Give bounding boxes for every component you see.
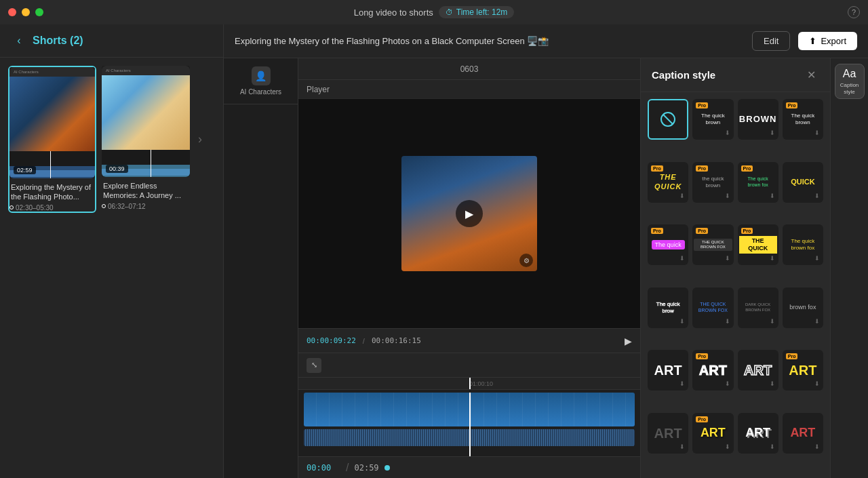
caption-style-brown[interactable]: BROWN ⬇ xyxy=(738,99,778,140)
pro-badge-22: Pro xyxy=(696,416,708,422)
thumb-1: AI Characters 02:59 xyxy=(9,67,95,178)
export-icon: ⬆ xyxy=(809,36,816,46)
caption-panel-header: Caption style ✕ xyxy=(641,58,830,92)
thumb-2: AI Characters 00:39 xyxy=(102,66,190,177)
player-main: 0603 Player ▶ ⚙ 00:00:09:22 / 00:00:16:1… xyxy=(298,58,640,478)
timeline-area: ⤡ 01:00:10 xyxy=(298,353,640,478)
right-sidebar: Aa Captionstyle xyxy=(830,58,868,478)
main-layout: ‹ Shorts (2) AI Characters xyxy=(0,24,868,478)
video-container: ▶ ⚙ xyxy=(298,99,640,328)
pro-badge-20: Pro xyxy=(786,353,798,359)
pro-badge-7: Pro xyxy=(741,165,753,172)
caption-style-grid: Pro The quick brown ⬇ BROWN ⬇ Pro The qu… xyxy=(641,92,830,478)
style-preview-17: ART xyxy=(652,361,685,380)
time-dot-indicator xyxy=(384,465,390,471)
close-window-btn[interactable] xyxy=(8,8,16,16)
duration-badge-1: 02:59 xyxy=(14,166,36,174)
edit-button[interactable]: Edit xyxy=(752,31,790,51)
caption-style-white-bg[interactable]: Pro THE QUICK BROWN FOX ⬇ xyxy=(692,224,733,265)
download-icon-24: ⬇ xyxy=(814,443,820,450)
export-button[interactable]: ⬆ Export xyxy=(798,32,857,50)
play-btn-small[interactable]: ▶ xyxy=(625,336,632,346)
style-preview-6: the quick brown xyxy=(694,174,732,190)
ai-characters-label: AI Characters xyxy=(240,88,281,96)
ruler-mark: 01:00:10 xyxy=(469,380,493,387)
play-button[interactable]: ▶ xyxy=(456,200,483,227)
style-preview-9: The quick xyxy=(652,240,685,250)
caption-style-yellow-right2[interactable]: The quick brown fox ⬇ xyxy=(783,224,823,265)
video-settings-icon[interactable]: ⚙ xyxy=(519,254,533,267)
track-playhead xyxy=(469,393,471,456)
caption-style-blue[interactable]: THE QUICK BROWN FOX ⬇ xyxy=(692,287,733,328)
caption-style-quick[interactable]: QUICK ⬇ xyxy=(783,162,823,203)
pro-badge-5: Pro xyxy=(651,165,663,172)
caption-style-lower[interactable]: Pro the quick brown ⬇ xyxy=(692,162,733,203)
export-label: Export xyxy=(821,36,846,46)
player-controls: 00:00:09:22 / 00:00:16:15 ▶ xyxy=(298,328,640,353)
clip-id: 0603 xyxy=(460,64,479,74)
minimize-window-btn[interactable] xyxy=(22,8,30,16)
caption-style-green[interactable]: Pro The quick brown fox ⬇ xyxy=(738,162,778,203)
download-icon-5: ⬇ xyxy=(679,193,685,199)
caption-style-art-dark[interactable]: ART ⬇ xyxy=(648,350,688,391)
caption-style-art-outline[interactable]: ART ⬇ xyxy=(738,350,778,391)
time-input[interactable]: 00:00 xyxy=(307,463,340,473)
timeline-expand-btn[interactable]: ⤡ xyxy=(307,358,321,373)
caption-style-art-dark2[interactable]: ART ⬇ xyxy=(648,413,688,454)
caption-style-minimal[interactable]: brown fox ⬇ xyxy=(783,287,823,328)
app-title: Long video to shorts ⏱ Time left: 12m xyxy=(354,6,515,18)
short-item-2[interactable]: AI Characters 00:39 Explore Endless M xyxy=(102,66,190,213)
shorts-list: AI Characters 02:59 Exploring the Mys xyxy=(0,58,223,221)
content-area: Exploring the Mystery of the Flashing Ph… xyxy=(224,24,868,478)
caption-style-none[interactable] xyxy=(648,99,688,140)
short-item-1[interactable]: AI Characters 02:59 Exploring the Mys xyxy=(8,66,96,213)
caption-style-art-yellow[interactable]: Pro ART ⬇ xyxy=(783,350,823,391)
caption-style-white-outline[interactable]: Pro The quick brown ⬇ xyxy=(783,99,823,140)
ai-characters-tab[interactable]: 👤 AI Characters xyxy=(224,58,298,104)
pro-badge-4: Pro xyxy=(786,102,798,108)
style-preview-11: THE QUICK xyxy=(739,236,777,254)
download-icon: ⬇ xyxy=(725,130,730,136)
pro-badge-18: Pro xyxy=(696,353,708,359)
style-preview-20: ART xyxy=(786,361,819,380)
caption-style-yellow-bg[interactable]: Pro THE QUICK ⬇ xyxy=(738,224,778,265)
style-preview-7: The quick brown fox xyxy=(739,175,777,189)
player-subheader: Player xyxy=(298,80,640,99)
video-frame: ▶ ⚙ xyxy=(401,156,537,271)
close-panel-button[interactable]: ✕ xyxy=(803,67,819,83)
video-bg-2 xyxy=(102,75,190,150)
caption-style-art-3d[interactable]: ART ⬇ xyxy=(738,413,778,454)
card-time-1: 02:30–05:30 xyxy=(9,204,95,212)
download-icon-18: ⬇ xyxy=(725,380,730,387)
caption-style-white-small[interactable]: Pro The quick brown ⬇ xyxy=(692,99,733,140)
duration-badge-2: 00:39 xyxy=(106,165,128,173)
svg-line-1 xyxy=(663,115,673,124)
style-preview-3: BROWN xyxy=(738,113,778,126)
shorts-sidebar: ‹ Shorts (2) AI Characters xyxy=(0,24,224,478)
timeline-footer: 00:00 / 02:59 xyxy=(298,456,640,478)
download-icon-23: ⬇ xyxy=(770,443,775,450)
back-button[interactable]: ‹ xyxy=(11,33,27,49)
playhead-2 xyxy=(151,150,151,177)
pro-badge-10: Pro xyxy=(696,228,708,234)
caption-style-btn[interactable]: Aa Captionstyle xyxy=(835,64,865,99)
titlebar: Long video to shorts ⏱ Time left: 12m ? xyxy=(0,0,868,24)
caption-style-art-white[interactable]: Pro ART ⬇ xyxy=(692,350,733,391)
timer-display: ⏱ Time left: 12m xyxy=(439,6,515,18)
maximize-window-btn[interactable] xyxy=(35,8,43,16)
caption-style-dark-multi[interactable]: DARK QUICK BROWN FOX ⬇ xyxy=(738,287,778,328)
caption-style-pink[interactable]: Pro The quick ⬇ xyxy=(648,224,688,265)
style-preview-24: ART xyxy=(787,424,818,442)
caption-aa-icon: Aa xyxy=(843,68,856,80)
player-layout: 👤 AI Characters 0603 Player ▶ ⚙ xyxy=(224,58,868,478)
download-icon-10: ⬇ xyxy=(725,255,730,262)
caption-style-dark-outline[interactable]: The quick brow ⬇ xyxy=(648,287,688,328)
download-icon-8: ⬇ xyxy=(814,193,820,199)
timeline-2 xyxy=(102,150,190,177)
caption-style-art-pro2[interactable]: Pro ART ⬇ xyxy=(692,413,733,454)
expand-arrow[interactable]: › xyxy=(195,132,205,146)
help-button[interactable]: ? xyxy=(848,6,860,18)
caption-style-yellow-caps[interactable]: Pro THE QUICK ⬇ xyxy=(648,162,688,203)
caption-style-art-4[interactable]: ART ⬇ xyxy=(783,413,823,454)
style-preview-22: ART xyxy=(698,424,728,442)
